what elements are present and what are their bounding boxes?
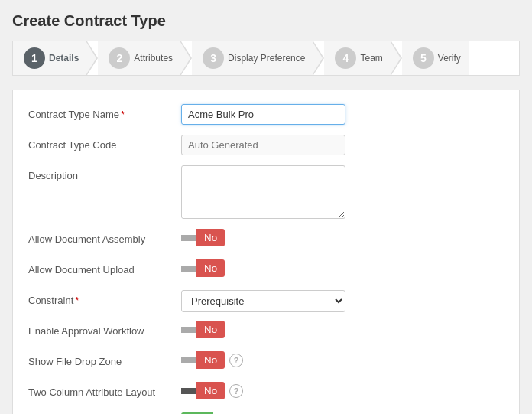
wizard-step-5[interactable]: 5 Verify (402, 41, 469, 75)
step-label-1: Details (49, 53, 79, 64)
allow-doc-upload-label: Allow Document Upload (28, 259, 181, 277)
allow-doc-upload-yes-btn[interactable] (181, 266, 196, 272)
two-column-wrap: No ? (181, 382, 504, 399)
wizard-step-4[interactable]: 4 Team (324, 41, 391, 75)
two-column-yes-btn[interactable] (181, 388, 196, 394)
allow-doc-upload-toggle[interactable]: No (181, 259, 225, 277)
show-file-drop-wrap: No ? (181, 351, 504, 369)
enable-approval-yes-btn[interactable] (181, 327, 196, 333)
allow-doc-assembly-label: Allow Document Assembly (28, 229, 181, 246)
contract-type-name-wrap (181, 104, 504, 125)
step-label-5: Verify (438, 53, 461, 64)
contract-type-code-wrap (181, 135, 504, 155)
wizard-steps: 1 Details 2 Attributes 3 Display Prefere… (12, 41, 520, 76)
two-column-row: Two Column Attribute Layout No ? (28, 382, 504, 405)
allow-doc-assembly-yes-btn[interactable] (181, 235, 196, 241)
description-input[interactable] (181, 165, 345, 219)
step-label-2: Attributes (134, 53, 173, 64)
constraint-label: Constraint* (28, 290, 181, 308)
two-column-label: Two Column Attribute Layout (28, 382, 181, 399)
step-arrow-4 (391, 41, 402, 75)
two-column-help-icon[interactable]: ? (229, 384, 243, 398)
step-number-5: 5 (413, 47, 434, 69)
contract-type-code-input[interactable] (181, 135, 345, 155)
enable-approval-label: Enable Approval Workflow (28, 321, 181, 338)
enable-approval-no-btn[interactable]: No (196, 321, 225, 338)
allow-doc-assembly-no-btn[interactable]: No (196, 229, 225, 246)
step-number-4: 4 (335, 47, 356, 69)
wizard-step-1[interactable]: 1 Details (13, 41, 87, 75)
contract-type-name-input[interactable] (181, 104, 345, 125)
step-number-1: 1 (24, 47, 45, 69)
allow-doc-upload-row: Allow Document Upload No (28, 259, 504, 282)
step-label-3: Display Preference (228, 53, 305, 64)
two-column-toggle[interactable]: No (181, 382, 225, 399)
allow-doc-assembly-toggle[interactable]: No (181, 229, 225, 246)
constraint-row: Constraint* Prerequisite Option 2 (28, 290, 504, 313)
enable-approval-row: Enable Approval Workflow No (28, 321, 504, 344)
show-file-drop-help-icon[interactable]: ? (229, 354, 243, 367)
step-arrow-1 (87, 41, 98, 75)
wizard-step-3[interactable]: 3 Display Preference (192, 41, 313, 75)
allow-doc-upload-no-btn[interactable]: No (196, 259, 225, 277)
step-number-2: 2 (109, 47, 130, 69)
step-arrow-2 (181, 41, 192, 75)
contract-type-name-row: Contract Type Name* (28, 104, 504, 127)
show-file-drop-no-btn[interactable]: No (196, 351, 225, 369)
show-file-drop-label: Show File Drop Zone (28, 351, 181, 369)
step-number-3: 3 (203, 47, 224, 69)
contract-type-name-label: Contract Type Name* (28, 104, 181, 122)
page-wrapper: Create Contract Type 1 Details 2 Attribu… (0, 0, 532, 414)
show-file-drop-row: Show File Drop Zone No ? (28, 351, 504, 374)
page-title: Create Contract Type (12, 12, 520, 30)
constraint-select[interactable]: Prerequisite Option 2 (181, 290, 345, 312)
contract-type-code-row: Contract Type Code (28, 135, 504, 158)
two-column-no-btn[interactable]: No (196, 382, 225, 399)
show-file-drop-toggle[interactable]: No (181, 351, 225, 369)
allow-doc-assembly-wrap: No (181, 229, 504, 246)
contract-type-code-label: Contract Type Code (28, 135, 181, 152)
description-label: Description (28, 165, 181, 183)
constraint-wrap: Prerequisite Option 2 (181, 290, 504, 312)
description-row: Description (28, 165, 504, 221)
allow-doc-upload-wrap: No (181, 259, 504, 277)
enable-approval-toggle[interactable]: No (181, 321, 225, 338)
description-wrap (181, 165, 504, 221)
step-label-4: Team (360, 53, 382, 64)
step-arrow-3 (313, 41, 324, 75)
enable-approval-wrap: No (181, 321, 504, 338)
show-file-drop-yes-btn[interactable] (181, 357, 196, 363)
allow-doc-assembly-row: Allow Document Assembly No (28, 229, 504, 252)
form-card: Contract Type Name* Contract Type Code D… (12, 90, 520, 414)
wizard-step-2[interactable]: 2 Attributes (98, 41, 181, 75)
